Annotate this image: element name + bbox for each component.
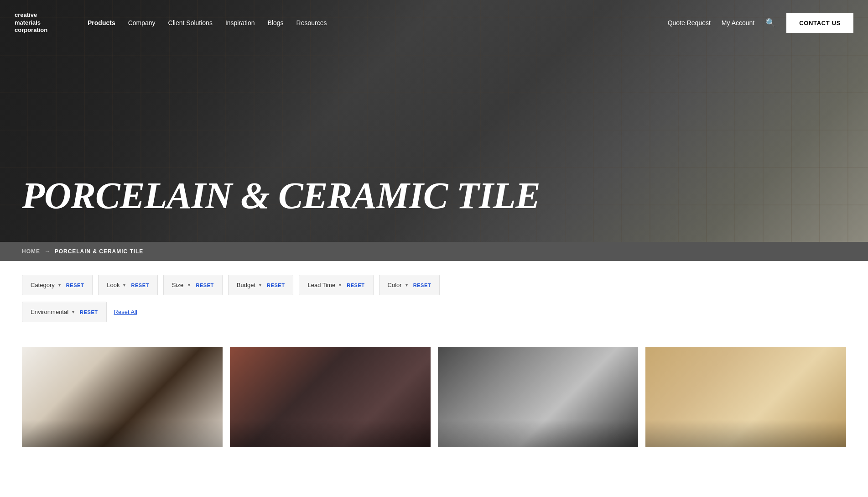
filter-size-label: Size (172, 282, 185, 288)
filter-row-2: Environmental ▾ RESET Reset All (22, 302, 846, 322)
nav-links: Products Company Client Solutions Inspir… (88, 19, 668, 26)
filter-environmental-label: Environmental (31, 309, 68, 315)
breadcrumb-arrow: → (45, 248, 50, 255)
product-card-1-overlay (22, 420, 223, 447)
filter-budget[interactable]: Budget ▾ RESET (228, 275, 294, 295)
filters-section: Category ▾ RESET Look ▾ RESET Size ▾ RES… (0, 261, 868, 338)
filter-budget-chevron: ▾ (259, 283, 261, 288)
nav-client-solutions[interactable]: Client Solutions (168, 19, 213, 26)
filter-environmental-reset[interactable]: RESET (80, 309, 98, 315)
product-card-3-overlay (438, 420, 639, 447)
filter-lead-time[interactable]: Lead Time ▾ RESET (299, 275, 373, 295)
filter-lead-time-label: Lead Time (307, 282, 335, 288)
breadcrumb: HOME → PORCELAIN & CERAMIC TILE (0, 242, 868, 261)
filter-look-reset[interactable]: RESET (131, 283, 149, 288)
filter-environmental[interactable]: Environmental ▾ RESET (22, 302, 107, 322)
nav-right: Quote Request My Account 🔍 CONTACT US (668, 13, 853, 33)
products-section (0, 338, 868, 447)
filter-lead-time-chevron: ▾ (339, 283, 341, 288)
product-grid (22, 347, 846, 447)
nav-company[interactable]: Company (128, 19, 156, 26)
nav-products[interactable]: Products (88, 19, 115, 26)
filter-category-chevron: ▾ (58, 283, 61, 288)
nav-blogs[interactable]: Blogs (267, 19, 283, 26)
navbar: creative materials corporation Products … (0, 0, 868, 46)
product-card-4[interactable] (645, 347, 846, 447)
filter-budget-label: Budget (237, 282, 255, 288)
filter-size[interactable]: Size ▾ RESET (163, 275, 223, 295)
breadcrumb-home[interactable]: HOME (22, 248, 40, 255)
filter-category-reset[interactable]: RESET (66, 283, 84, 288)
product-card-2-overlay (230, 420, 431, 447)
filter-look[interactable]: Look ▾ RESET (98, 275, 158, 295)
filter-color-label: Color (388, 282, 402, 288)
contact-us-button[interactable]: CONTACT US (786, 13, 853, 33)
filter-category-label: Category (31, 282, 55, 288)
filter-look-label: Look (107, 282, 120, 288)
nav-resources[interactable]: Resources (296, 19, 327, 26)
hero-title: PORCELAIN & CERAMIC TILE (22, 177, 540, 214)
filter-look-chevron: ▾ (123, 283, 125, 288)
product-card-2[interactable] (230, 347, 431, 447)
reset-all-button[interactable]: Reset All (112, 302, 139, 322)
filter-environmental-chevron: ▾ (72, 309, 74, 314)
product-card-3[interactable] (438, 347, 639, 447)
filter-budget-reset[interactable]: RESET (267, 283, 285, 288)
product-card-1[interactable] (22, 347, 223, 447)
nav-my-account[interactable]: My Account (722, 19, 754, 26)
filter-lead-time-reset[interactable]: RESET (347, 283, 364, 288)
filter-category[interactable]: Category ▾ RESET (22, 275, 93, 295)
search-icon[interactable]: 🔍 (765, 18, 775, 28)
filter-color[interactable]: Color ▾ RESET (379, 275, 440, 295)
nav-inspiration[interactable]: Inspiration (225, 19, 255, 26)
filter-color-reset[interactable]: RESET (413, 283, 431, 288)
product-card-4-overlay (645, 420, 846, 447)
logo[interactable]: creative materials corporation (15, 11, 88, 35)
nav-quote-request[interactable]: Quote Request (668, 19, 711, 26)
filter-color-chevron: ▾ (405, 283, 408, 288)
filter-size-reset[interactable]: RESET (196, 283, 213, 288)
breadcrumb-current: PORCELAIN & CERAMIC TILE (55, 248, 143, 255)
filter-row-1: Category ▾ RESET Look ▾ RESET Size ▾ RES… (22, 275, 846, 295)
filter-size-chevron: ▾ (188, 283, 190, 288)
